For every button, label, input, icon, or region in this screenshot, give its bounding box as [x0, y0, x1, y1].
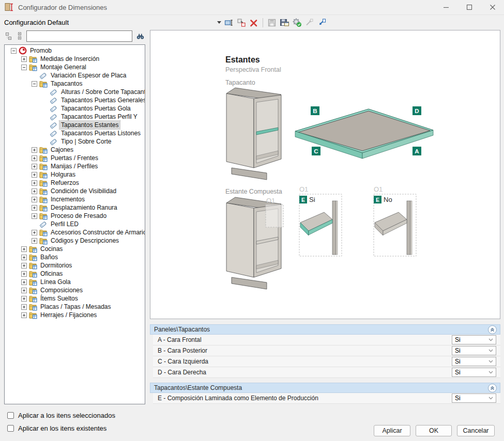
collapse-all-icon[interactable] [4, 31, 14, 41]
tree-item[interactable]: Proceso de Fresado [5, 212, 145, 220]
rename-config-button[interactable] [223, 17, 235, 28]
tree-item[interactable]: Baños [5, 253, 145, 261]
expand-all-icon[interactable] [14, 31, 25, 41]
tree-toggle-collapse[interactable] [32, 81, 37, 87]
tree-item[interactable]: Medidas de Inserción [5, 55, 145, 63]
tree-toggle-expand[interactable] [32, 188, 37, 194]
folder-icon [39, 187, 49, 195]
tree-item[interactable]: Tipo | Sobre Corte [5, 137, 145, 146]
tree-item[interactable]: Dormitorios [5, 261, 145, 270]
cancel-button[interactable]: Cancelar [457, 425, 495, 436]
maximize-button[interactable] [457, 0, 481, 14]
tree-item[interactable]: Condición de Visibilidad [5, 187, 145, 195]
tree-item[interactable]: Manijas / Perfiles [5, 162, 145, 170]
tree-toggle-collapse[interactable] [21, 65, 27, 70]
badge-e-si: E [301, 197, 305, 203]
tree-toggle-expand[interactable] [32, 172, 37, 178]
tree-toggle-expand[interactable] [21, 279, 27, 285]
tree-item[interactable]: Alturas / Sobre Corte Tapacantos [5, 88, 145, 96]
apply-button[interactable]: Aplicar [374, 425, 410, 436]
tree-item[interactable]: Tapacantos Puertas Gola [5, 104, 145, 113]
close-button[interactable] [481, 0, 504, 14]
checkbox-apply-existing[interactable]: Aplicar en los itens existentes [7, 424, 106, 432]
save-config-button-disabled[interactable] [266, 17, 278, 28]
tree-toggle-expand[interactable] [21, 304, 27, 310]
property-group: Paneles\TapacantosA - Cara FrontalSiB - … [150, 324, 500, 378]
tree-item[interactable]: Tapacantos Puertas Generales [5, 96, 145, 104]
tree-toggle-expand[interactable] [32, 230, 37, 235]
chevron-down-icon [488, 359, 494, 364]
tree-item[interactable]: Accesorios Constructor de Armarios [5, 228, 145, 237]
tree-toggle-expand[interactable] [21, 246, 27, 252]
config-selector[interactable]: Configuración Default [4, 17, 223, 29]
badge-d: D [415, 108, 419, 114]
checkbox-box[interactable] [7, 412, 14, 419]
tree-item[interactable]: Composiciones [5, 286, 145, 294]
delete-config-button[interactable] [248, 17, 259, 28]
tree-toggle-expand[interactable] [21, 296, 27, 302]
tree-toggle-expand[interactable] [32, 205, 37, 211]
tree-item[interactable]: Ítems Sueltos [5, 294, 145, 303]
checkbox-box[interactable] [7, 425, 14, 432]
tree-item[interactable]: Cocinas [5, 245, 145, 253]
tree-item-label: Promob [28, 46, 53, 55]
ok-button[interactable]: OK [416, 425, 452, 436]
tree-toggle-expand[interactable] [32, 164, 37, 169]
tree-item[interactable]: Tapacantos [5, 80, 145, 88]
property-value-dropdown[interactable]: Si [452, 346, 496, 355]
apply-config-button[interactable] [291, 17, 302, 28]
tree-toggle-expand[interactable] [21, 255, 27, 260]
illustration-title: Estantes [225, 55, 260, 64]
property-value-dropdown[interactable]: Si [452, 357, 496, 366]
tree-item[interactable]: Línea Gola [5, 278, 145, 286]
tree-item[interactable]: Perfil LED [5, 220, 145, 228]
link-config-button-disabled[interactable] [303, 17, 315, 28]
tree-toggle-expand[interactable] [21, 263, 27, 269]
tree-toggle-expand[interactable] [32, 197, 37, 202]
tree-item[interactable]: Cajones [5, 146, 145, 154]
collapse-group-button[interactable] [488, 325, 497, 334]
tree-item[interactable]: Tapacantos Estantes [5, 121, 145, 129]
tree-item[interactable]: Refuerzos [5, 179, 145, 187]
tree-item[interactable]: Oficinas [5, 270, 145, 278]
tree-toggle-expand[interactable] [21, 288, 27, 293]
tree-item-label: Desplazamiento Ranura [49, 203, 119, 212]
search-binoculars-icon[interactable] [135, 31, 145, 41]
tree-toggle-expand[interactable] [21, 56, 27, 62]
tree-toggle-expand[interactable] [32, 238, 37, 244]
tree-item[interactable]: Montaje General [5, 63, 145, 71]
config-selector-value: Configuración Default [4, 19, 69, 26]
tree-toggle-expand[interactable] [21, 312, 27, 318]
folder-icon [39, 163, 49, 170]
tree-toggle-expand[interactable] [32, 180, 37, 186]
tree-item[interactable]: Herrajes / Fijaciones [5, 311, 145, 319]
tree-toggle-expand[interactable] [21, 271, 27, 277]
tree-item[interactable]: Tapacantos Puertas Listones [5, 129, 145, 137]
tree-item[interactable]: Placas / Tapas / Mesadas [5, 303, 145, 311]
import-config-button[interactable] [316, 17, 327, 28]
tree-item[interactable]: Tapacantos Puertas Perfil Y [5, 113, 145, 121]
duplicate-config-button[interactable] [236, 17, 247, 28]
tree-toggle-expand[interactable] [32, 155, 37, 161]
collapse-group-button[interactable] [488, 384, 497, 392]
property-value-dropdown[interactable]: Si [452, 393, 496, 403]
tree-item[interactable]: Promob [5, 46, 145, 55]
tree-toggle-expand[interactable] [32, 147, 37, 153]
minimize-button[interactable] [434, 0, 457, 14]
tree-item[interactable]: Desplazamiento Ranura [5, 203, 145, 212]
save-config-as-button[interactable] [279, 17, 290, 28]
property-value-dropdown[interactable]: Si [452, 368, 496, 377]
tree-item[interactable]: Variación Espesor de Placa [5, 71, 145, 80]
tree-item[interactable]: Puertas / Frentes [5, 154, 145, 162]
tree-toggle-collapse[interactable] [11, 48, 17, 54]
tree-item[interactable]: Códigos y Descripciones [5, 237, 145, 245]
app-icon [5, 3, 14, 12]
badge-b: B [313, 108, 317, 114]
property-value-dropdown[interactable]: Si [452, 335, 496, 344]
tree-item[interactable]: Incrementos [5, 195, 145, 203]
tree-toggle-expand[interactable] [32, 213, 37, 219]
tree-search-input[interactable] [26, 30, 132, 42]
tree-item[interactable]: Holguras [5, 170, 145, 179]
tag-icon [50, 113, 59, 121]
checkbox-apply-selected[interactable]: Aplicar a los itens seleccionados [7, 412, 115, 419]
